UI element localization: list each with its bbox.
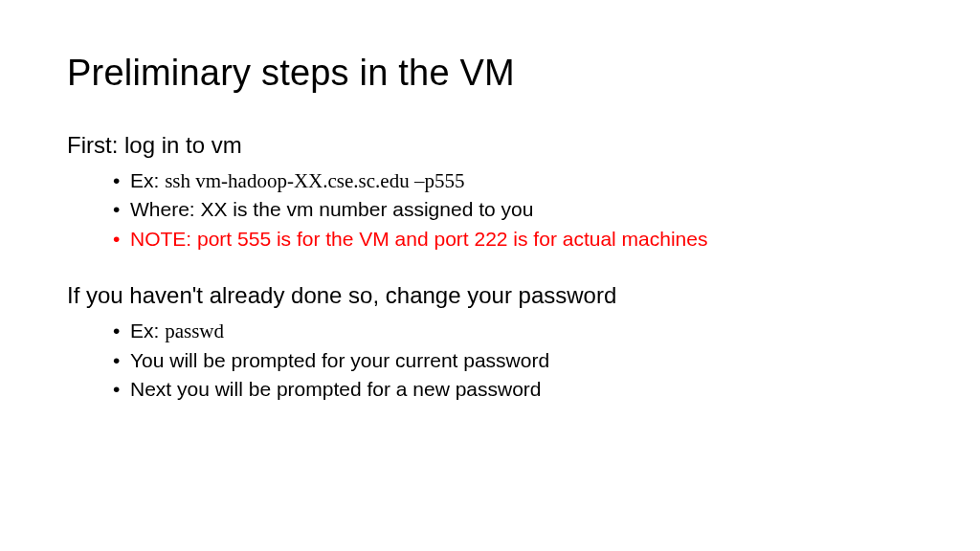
bullet-list-login: Ex: ssh vm-hadoop-XX.cse.sc.edu –p555 Wh…	[113, 166, 913, 253]
bullet-list-password: Ex: passwd You will be prompted for your…	[113, 317, 913, 404]
section-login: First: log in to vm Ex: ssh vm-hadoop-XX…	[67, 132, 913, 253]
code-text: ssh vm-hadoop-XX.cse.sc.edu –p555	[165, 169, 464, 192]
code-text: passwd	[165, 320, 224, 342]
list-item: Ex: ssh vm-hadoop-XX.cse.sc.edu –p555	[113, 166, 913, 195]
list-item: You will be prompted for your current pa…	[113, 346, 913, 375]
list-item: Ex: passwd	[113, 317, 913, 345]
section-heading-password: If you haven't already done so, change y…	[67, 282, 913, 309]
list-item-note: NOTE: port 555 is for the VM and port 22…	[113, 225, 913, 253]
list-item: Next you will be prompted for a new pass…	[113, 375, 913, 404]
bullet-prefix: Ex:	[130, 320, 165, 342]
section-heading-login: First: log in to vm	[67, 132, 913, 159]
bullet-prefix: Ex:	[130, 169, 165, 191]
list-item: Where: XX is the vm number assigned to y…	[113, 195, 913, 224]
section-password: If you haven't already done so, change y…	[67, 282, 913, 404]
slide-title: Preliminary steps in the VM	[67, 53, 913, 94]
